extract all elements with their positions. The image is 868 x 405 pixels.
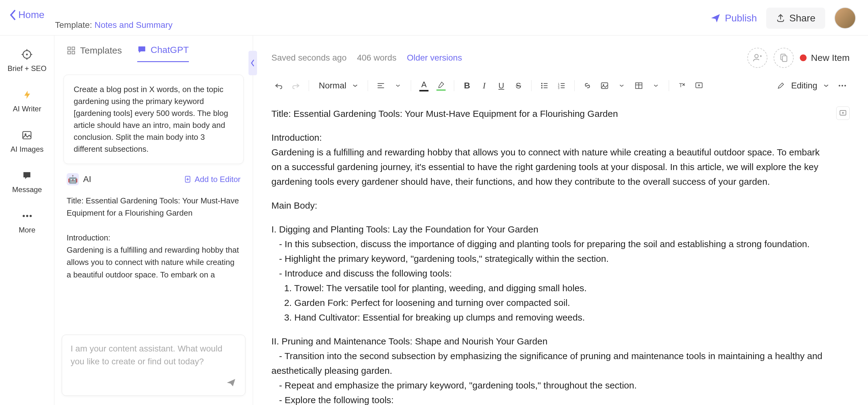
bullet-list-icon	[540, 81, 549, 90]
chat-panel: Templates ChatGPT Create a blog post in …	[54, 35, 253, 405]
undo-icon	[274, 81, 283, 90]
older-versions-link[interactable]: Older versions	[407, 53, 462, 63]
comment-plus-icon	[695, 81, 703, 90]
image-icon	[600, 81, 609, 90]
dots-icon	[838, 84, 847, 87]
bold-button[interactable]: B	[460, 78, 474, 93]
format-select[interactable]: Normal	[314, 78, 362, 93]
ordered-list-icon: 123	[557, 81, 566, 90]
left-sidebar: Brief + SEO AI Writer AI Images Message …	[0, 35, 54, 405]
underline-button[interactable]: U	[494, 78, 508, 93]
tab-templates[interactable]: Templates	[67, 45, 122, 62]
chevron-down-icon	[396, 84, 400, 87]
document-editor[interactable]: Title: Essential Gardening Tools: Your M…	[271, 107, 850, 405]
table-icon	[634, 81, 643, 90]
svg-point-10	[29, 215, 31, 217]
status-dot-icon	[800, 54, 807, 61]
bullet-list-button[interactable]	[537, 78, 552, 93]
editor-panel: Saved seconds ago 406 words Older versio…	[253, 35, 868, 405]
chat-send-button[interactable]	[225, 377, 237, 388]
svg-point-9	[26, 215, 28, 217]
ai-response: Title: Essential Gardening Tools: Your M…	[64, 195, 244, 281]
add-doc-icon	[184, 175, 192, 183]
chevron-down-icon	[824, 84, 829, 87]
chat-icon	[20, 169, 34, 182]
avatar[interactable]	[834, 7, 856, 29]
chat-bubble-icon	[137, 45, 146, 54]
upload-icon	[776, 13, 785, 23]
highlight-button[interactable]	[434, 78, 448, 93]
image-button[interactable]	[597, 78, 612, 93]
home-link[interactable]: Home	[9, 9, 44, 21]
svg-rect-22	[782, 56, 787, 61]
chevron-down-icon	[619, 84, 624, 87]
text-color-button[interactable]: A	[416, 78, 431, 93]
user-plus-icon	[752, 53, 763, 63]
chevron-down-icon	[653, 84, 658, 87]
sidebar-item-message[interactable]: Message	[12, 169, 42, 194]
strikethrough-button[interactable]: S	[511, 78, 526, 93]
svg-rect-13	[68, 51, 71, 54]
chevron-down-icon	[352, 84, 358, 87]
svg-point-27	[541, 85, 543, 87]
more-button[interactable]	[835, 78, 850, 93]
add-comment-side-button[interactable]	[836, 107, 850, 120]
svg-text:T: T	[679, 82, 682, 88]
saved-status: Saved seconds ago	[271, 53, 347, 63]
undo-button[interactable]	[271, 78, 286, 93]
templates-icon	[67, 46, 76, 55]
svg-text:3: 3	[558, 87, 560, 90]
sidebar-item-brief-seo[interactable]: Brief + SEO	[8, 48, 46, 73]
comment-plus-icon	[839, 109, 847, 117]
dots-icon	[21, 209, 34, 223]
chevron-left-icon	[251, 59, 255, 67]
doc-title: Title: Essential Gardening Tools: Your M…	[271, 107, 831, 121]
numbered-list-button[interactable]: 123	[554, 78, 569, 93]
doc-main-body-heading: Main Body:	[271, 198, 831, 213]
svg-point-50	[841, 85, 843, 86]
publish-button[interactable]: Publish	[710, 12, 757, 24]
svg-point-8	[23, 215, 25, 217]
add-to-editor-button[interactable]: Add to Editor	[184, 175, 241, 184]
add-user-button[interactable]	[747, 48, 768, 68]
template-label: Template: Notes and Summary	[55, 20, 173, 30]
svg-rect-6	[23, 132, 31, 139]
svg-point-28	[541, 87, 543, 89]
clear-format-button[interactable]: T	[675, 78, 689, 93]
ai-label: 🤖 AI	[67, 173, 91, 185]
clear-format-icon: T	[678, 81, 686, 90]
svg-point-1	[26, 54, 28, 55]
chat-input[interactable]: I am your content assistant. What would …	[62, 335, 245, 396]
chat-input-placeholder: I am your content assistant. What would …	[71, 342, 237, 368]
table-button[interactable]	[631, 78, 646, 93]
highlight-icon	[437, 81, 445, 89]
link-button[interactable]	[580, 78, 595, 93]
svg-point-26	[541, 83, 543, 84]
align-left-icon	[376, 81, 385, 90]
align-button[interactable]	[373, 78, 388, 93]
doc-intro: Introduction:Gardening is a fulfilling a…	[271, 130, 831, 189]
share-button[interactable]: Share	[766, 8, 825, 29]
user-message: Create a blog post in X words, on the to…	[64, 75, 244, 164]
new-item-indicator[interactable]: New Item	[800, 53, 850, 63]
italic-button[interactable]: I	[477, 78, 492, 93]
add-comment-button[interactable]	[692, 78, 706, 93]
copy-button[interactable]	[774, 48, 794, 68]
table-dropdown[interactable]	[649, 78, 663, 93]
copy-icon	[779, 53, 788, 63]
align-dropdown[interactable]	[391, 78, 405, 93]
sidebar-item-ai-writer[interactable]: AI Writer	[13, 88, 41, 113]
sidebar-item-more[interactable]: More	[19, 209, 35, 234]
redo-button[interactable]	[288, 78, 303, 93]
sidebar-item-ai-images[interactable]: AI Images	[10, 128, 43, 153]
text-color-icon: A	[422, 80, 427, 89]
image-dropdown[interactable]	[614, 78, 629, 93]
collapse-panel-button[interactable]	[248, 51, 257, 75]
template-name[interactable]: Notes and Summary	[94, 20, 173, 30]
tab-chatgpt[interactable]: ChatGPT	[137, 45, 189, 62]
pencil-icon	[777, 82, 785, 90]
svg-point-51	[844, 85, 846, 86]
svg-rect-11	[68, 47, 71, 50]
editing-mode-select[interactable]: Editing	[773, 78, 833, 93]
robot-icon: 🤖	[67, 173, 79, 185]
